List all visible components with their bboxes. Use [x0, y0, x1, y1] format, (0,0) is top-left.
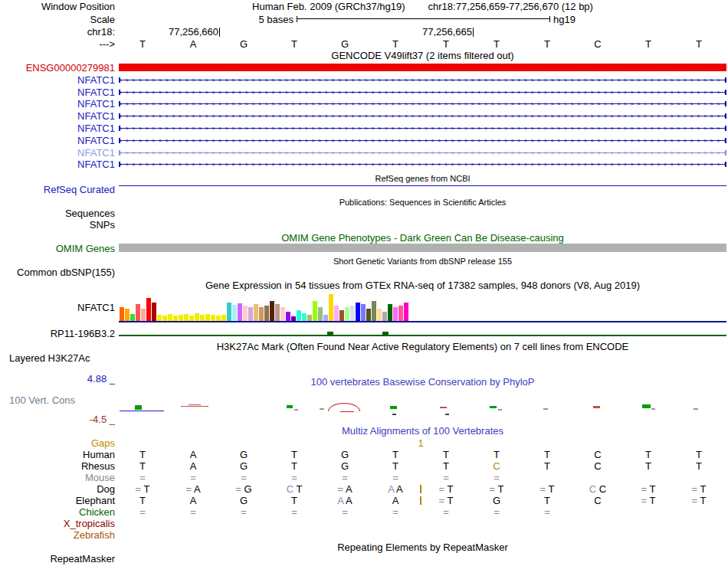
gtex-bar[interactable]: [248, 307, 253, 321]
gtex-bar[interactable]: [162, 316, 167, 321]
gtex-bar[interactable]: [275, 304, 280, 321]
sequences-label[interactable]: Sequences: [0, 208, 115, 219]
gtex-track-title[interactable]: Gene Expression in 54 tissues from GTEx …: [119, 280, 726, 291]
gtex-bar[interactable]: [173, 316, 178, 321]
gtex-bar[interactable]: [152, 303, 156, 321]
gene-transcript-row[interactable]: >>>>>>>>>>>>>>>>>>>>>>>>>>>>>>>>>>>>>>>>…: [119, 110, 726, 122]
gencode-track-title[interactable]: GENCODE V49lift37 (2 items filtered out): [119, 51, 726, 61]
gtex-bar[interactable]: [356, 303, 360, 321]
gene-transcript-row[interactable]: >>>>>>>>>>>>>>>>>>>>>>>>>>>>>>>>>>>>>>>>…: [119, 159, 726, 170]
refseq-track-title[interactable]: RefSeq genes from NCBI: [119, 173, 726, 184]
gtex-bar[interactable]: [334, 306, 339, 321]
gtex-bar[interactable]: [404, 303, 408, 321]
h3k27ac-track-title[interactable]: H3K27Ac Mark (Often Found Near Active Re…: [119, 342, 726, 352]
gtex-bar[interactable]: [227, 303, 231, 321]
gtex-bar[interactable]: [157, 315, 162, 321]
gtex-bar[interactable]: [350, 306, 355, 321]
species-label[interactable]: Dog: [0, 483, 115, 495]
gtex-bar[interactable]: [259, 307, 264, 321]
omim-genes-bar[interactable]: [119, 244, 726, 252]
gtex-bar[interactable]: [141, 309, 146, 321]
gtex-bar[interactable]: [382, 312, 387, 321]
omim-genes-label[interactable]: OMIM Genes: [0, 243, 115, 254]
species-label[interactable]: Zebrafish: [0, 529, 115, 541]
rp11-track-line[interactable]: [119, 335, 726, 336]
gene-label[interactable]: NFATC1: [0, 147, 115, 159]
h3k27ac-label[interactable]: Layered H3K27Ac: [9, 352, 90, 364]
gtex-bar[interactable]: [307, 315, 312, 321]
species-label[interactable]: X_tropicalis: [0, 518, 115, 529]
gtex-bar[interactable]: [264, 306, 269, 321]
gtex-bar[interactable]: [232, 305, 237, 321]
dbsnp-track-title[interactable]: Short Genetic Variants from dbSNP releas…: [119, 256, 726, 267]
rp11-label[interactable]: RP11-196B3.2: [0, 328, 115, 339]
gtex-bar[interactable]: [302, 313, 307, 321]
gtex-bar[interactable]: [238, 303, 242, 321]
gtex-bar[interactable]: [280, 307, 285, 321]
rp11-exon[interactable]: [327, 332, 333, 335]
gtex-bar[interactable]: [146, 298, 151, 321]
gtex-bar[interactable]: [243, 306, 248, 321]
gtex-bar[interactable]: [270, 301, 274, 321]
gtex-bar[interactable]: [200, 315, 205, 321]
species-label[interactable]: Gaps: [0, 437, 115, 449]
gtex-bar[interactable]: [211, 315, 215, 321]
omim-track-title[interactable]: OMIM Gene Phenotypes - Dark Green Can Be…: [119, 233, 726, 244]
gtex-gene-label[interactable]: NFATC1: [0, 302, 115, 313]
gtex-bar[interactable]: [189, 316, 194, 321]
gtex-bar[interactable]: [398, 306, 403, 321]
gtex-bar[interactable]: [345, 307, 349, 321]
phylop-track-title[interactable]: 100 vertebrates Basewise Conservation by…: [119, 377, 726, 388]
gene-transcript-row[interactable]: >>>>>>>>>>>>>>>>>>>>>>>>>>>>>>>>>>>>>>>>…: [119, 147, 726, 159]
refseq-curated-track[interactable]: [119, 185, 726, 186]
gtex-bar[interactable]: [372, 301, 376, 321]
gtex-bar[interactable]: [130, 314, 135, 321]
snps-label[interactable]: SNPs: [0, 219, 115, 231]
gtex-bar[interactable]: [297, 310, 301, 321]
gtex-bar[interactable]: [313, 301, 317, 321]
repeatmasker-track-title[interactable]: Repeating Elements by RepeatMasker: [119, 542, 726, 553]
ensg-gene-bar[interactable]: [119, 64, 726, 71]
gtex-bar[interactable]: [205, 314, 210, 321]
gtex-bar[interactable]: [377, 309, 382, 321]
species-label[interactable]: Elephant: [0, 495, 115, 506]
species-label[interactable]: Chicken: [0, 506, 115, 518]
gene-label[interactable]: NFATC1: [0, 110, 115, 122]
gene-transcript-row[interactable]: >>>>>>>>>>>>>>>>>>>>>>>>>>>>>>>>>>>>>>>>…: [119, 87, 726, 98]
gtex-bar[interactable]: [393, 307, 398, 321]
gtex-bar[interactable]: [388, 304, 392, 321]
gene-label[interactable]: NFATC1: [0, 74, 115, 86]
gene-label[interactable]: NFATC1: [0, 98, 115, 110]
ensg-label[interactable]: ENSG00000279981: [0, 62, 115, 74]
gene-label[interactable]: NFATC1: [0, 123, 115, 134]
gtex-bar[interactable]: [221, 315, 226, 321]
gtex-bar[interactable]: [179, 315, 183, 321]
gtex-bar[interactable]: [361, 304, 366, 321]
gene-label[interactable]: NFATC1: [0, 159, 115, 170]
gtex-bar[interactable]: [286, 312, 290, 321]
refseq-curated-label[interactable]: RefSeq Curated: [0, 184, 115, 195]
gtex-bar[interactable]: [136, 304, 140, 321]
gtex-bar[interactable]: [168, 314, 172, 321]
gene-transcript-row[interactable]: >>>>>>>>>>>>>>>>>>>>>>>>>>>>>>>>>>>>>>>>…: [119, 98, 726, 110]
gtex-bar[interactable]: [323, 315, 328, 321]
gtex-bar[interactable]: [216, 316, 221, 321]
gtex-bar[interactable]: [291, 316, 296, 321]
dbsnp-label[interactable]: Common dbSNP(155): [0, 267, 115, 278]
gtex-bar[interactable]: [339, 310, 344, 321]
gene-transcript-row[interactable]: >>>>>>>>>>>>>>>>>>>>>>>>>>>>>>>>>>>>>>>>…: [119, 74, 726, 86]
species-label[interactable]: Mouse: [0, 472, 115, 483]
gtex-bar[interactable]: [318, 307, 323, 321]
gene-label[interactable]: NFATC1: [0, 87, 115, 98]
multiz-track-title[interactable]: Multiz Alignments of 100 Vertebrates: [119, 426, 726, 437]
phylop-track-label[interactable]: 100 Vert. Cons: [9, 394, 75, 406]
gtex-bar[interactable]: [366, 309, 371, 321]
gtex-bar[interactable]: [195, 313, 199, 321]
species-label[interactable]: Rhesus: [0, 460, 115, 472]
gtex-bar[interactable]: [125, 309, 130, 321]
gene-label[interactable]: NFATC1: [0, 135, 115, 146]
gtex-bar[interactable]: [329, 294, 333, 321]
gtex-bar[interactable]: [254, 304, 258, 321]
publications-track-title[interactable]: Publications: Sequences in Scientific Ar…: [119, 197, 726, 208]
gene-transcript-row[interactable]: >>>>>>>>>>>>>>>>>>>>>>>>>>>>>>>>>>>>>>>>…: [119, 123, 726, 134]
